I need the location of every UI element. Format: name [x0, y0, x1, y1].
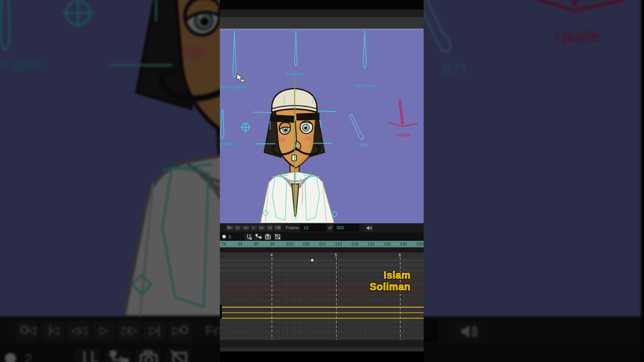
- timeline-toolbar: 2: [220, 232, 424, 241]
- jump-end-button[interactable]: ▷|: [266, 225, 273, 231]
- onion-skin-icon: [108, 348, 129, 362]
- step-back-button[interactable]: ◁◁: [67, 321, 89, 340]
- mute-button[interactable]: [365, 225, 373, 231]
- top-letterbox: [220, 0, 424, 10]
- layer-number: 2: [228, 234, 231, 239]
- body-turn-bone[interactable]: [363, 31, 366, 68]
- keyframe-tool-icon: [78, 348, 99, 362]
- no-draw-icon: [274, 233, 281, 240]
- total-frames-input[interactable]: 300: [334, 224, 359, 231]
- pupil-bone[interactable]: [399, 100, 404, 124]
- ruler-tick: 90: [254, 241, 259, 246]
- ruler-tick: 78: [221, 241, 226, 246]
- ruler-tick: 138: [384, 241, 391, 246]
- camera-icon: [138, 348, 159, 362]
- origin-crosshair-icon[interactable]: [62, 0, 94, 29]
- head-turn-bone[interactable]: [295, 31, 297, 66]
- label-i-puple: i puple: [396, 132, 411, 137]
- keyframe-tool-button[interactable]: [245, 233, 253, 240]
- timeline-grid[interactable]: 4 5 6: [220, 252, 424, 340]
- ruler-tick: 102: [286, 241, 293, 246]
- status-bar: [220, 347, 424, 351]
- play-button[interactable]: ▷: [250, 225, 257, 231]
- play-loop-button[interactable]: ▷O: [274, 225, 281, 231]
- ruler-tick: 120: [335, 241, 342, 246]
- frame-ruler[interactable]: 78849096102108114120126132138144150: [220, 241, 424, 247]
- render-frame-button[interactable]: [264, 233, 272, 240]
- play-reverse-button[interactable]: O◁: [226, 225, 233, 231]
- no-draw-icon: [169, 348, 189, 362]
- render-frame-button[interactable]: [136, 347, 162, 362]
- pupil-bone[interactable]: [564, 0, 577, 4]
- layer-dot-icon: [222, 235, 226, 238]
- audio-row-line: [220, 312, 424, 313]
- second-marker-label: 4: [270, 252, 273, 257]
- jump-start-button[interactable]: |◁: [234, 225, 241, 231]
- label-b77: B77: [361, 143, 369, 148]
- step-back-button[interactable]: ◁◁: [242, 225, 249, 231]
- step-forward-button[interactable]: ▷▷: [258, 225, 265, 231]
- second-marker-label: 6: [398, 252, 401, 257]
- play-loop-button[interactable]: ▷O: [169, 321, 191, 340]
- audio-row-line: [220, 318, 424, 319]
- mute-button[interactable]: [454, 320, 481, 341]
- audio-row-line: [220, 307, 424, 308]
- keyframe-dot[interactable]: [311, 259, 313, 261]
- mouse-cursor: [236, 73, 245, 84]
- keyframe-tool-button[interactable]: [75, 347, 101, 362]
- jump-start-button[interactable]: |◁: [41, 321, 63, 340]
- app-titlebar: [220, 10, 424, 17]
- onion-skin-button[interactable]: [254, 233, 262, 240]
- label-head-turn: head turn: [286, 71, 306, 76]
- watermark-line: Islam: [370, 269, 411, 281]
- label-se-open: se open: [0, 57, 44, 73]
- warning-row-line: [220, 295, 424, 296]
- of-label: of: [328, 225, 332, 230]
- bottom-letterbox: [220, 351, 424, 362]
- video-strip: face up down head turn body turn se open…: [220, 0, 424, 362]
- mouth-open-bone[interactable]: [221, 110, 224, 139]
- jump-end-button[interactable]: ▷|: [143, 321, 166, 340]
- origin-crosshair-icon[interactable]: [240, 122, 251, 132]
- label-body-turn: body turn: [356, 83, 375, 88]
- label-b77: B77: [442, 62, 468, 78]
- mouth-open-bone[interactable]: [0, 0, 10, 49]
- timeline-footer: [220, 340, 424, 347]
- second-marker-label: 5: [335, 252, 337, 257]
- cartoon-character[interactable]: [260, 88, 335, 223]
- grid-row-line: [220, 265, 424, 266]
- step-forward-button[interactable]: ▷▷: [118, 321, 140, 340]
- ruler-tick: 144: [400, 241, 407, 246]
- label-i-puple: i puple: [555, 28, 599, 44]
- ruler-tick: 150: [416, 241, 423, 246]
- disable-drawing-button[interactable]: [273, 233, 281, 240]
- second-marker-line: [272, 257, 272, 340]
- face-up-down-bone[interactable]: [233, 31, 236, 77]
- frame-input[interactable]: 10: [301, 224, 326, 231]
- pupil-bone-chevron[interactable]: [531, 0, 623, 11]
- ruler-tick: 126: [351, 241, 358, 246]
- ruler-tick: 108: [302, 241, 309, 246]
- ruler-tick-row: 78849096102108114120126132138144150: [220, 241, 424, 247]
- ruler-gap: [220, 247, 424, 252]
- play-reverse-button[interactable]: O◁: [16, 321, 38, 340]
- transport-bar: O◁ |◁ ◁◁ ▷ ▷▷ ▷| ▷O Frame 10 of 300: [220, 223, 424, 232]
- ruler-tick: 96: [270, 241, 275, 246]
- camera-icon: [265, 233, 271, 240]
- label-se-open: se open: [220, 141, 235, 146]
- onion-skin-icon: [255, 233, 262, 240]
- b77-bone[interactable]: [350, 114, 363, 139]
- play-button[interactable]: ▷: [93, 321, 115, 340]
- label-face-up-down: face up down: [220, 84, 247, 89]
- ruler-tick: 84: [237, 241, 242, 246]
- animation-canvas[interactable]: face up down head turn body turn se open…: [220, 29, 424, 223]
- watermark-line: Soliman: [370, 281, 411, 293]
- creator-watermark: Islam Soliman: [370, 269, 411, 293]
- speaker-icon: [366, 225, 372, 231]
- ruler-tick: 114: [319, 241, 326, 246]
- speaker-icon: [459, 322, 476, 339]
- grid-row-line: [220, 260, 424, 261]
- onion-skin-button[interactable]: [106, 347, 131, 362]
- grid-edge-notch: [220, 305, 222, 319]
- disable-drawing-button[interactable]: [166, 347, 192, 362]
